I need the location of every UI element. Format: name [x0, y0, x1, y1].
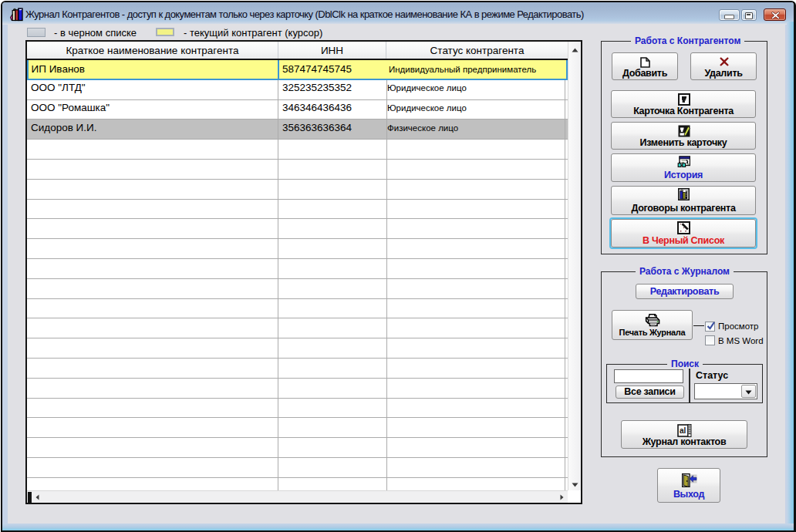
svg-text:al: al	[680, 426, 686, 435]
